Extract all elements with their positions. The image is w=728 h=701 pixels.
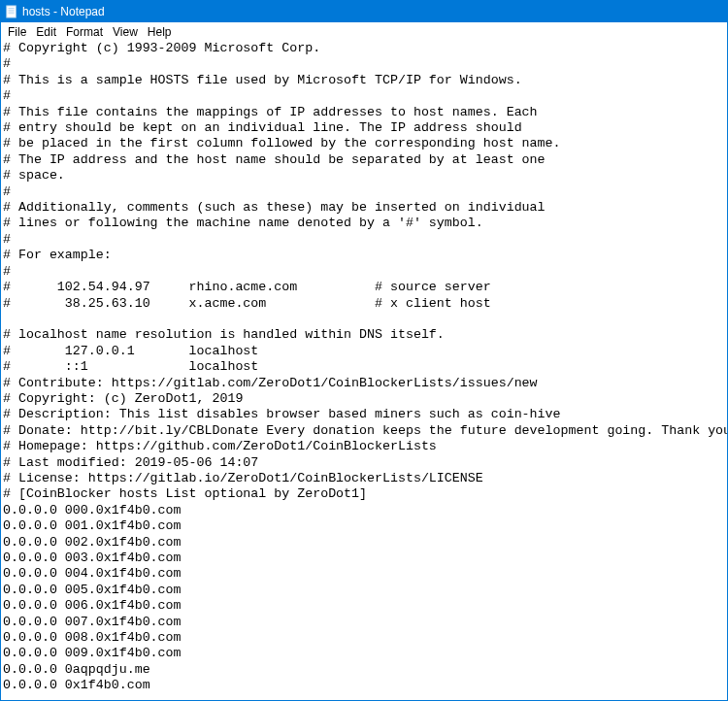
menu-view[interactable]: View — [108, 24, 143, 40]
window-title: hosts - Notepad — [22, 5, 105, 18]
menu-edit[interactable]: Edit — [31, 24, 61, 40]
menu-file[interactable]: File — [3, 24, 31, 40]
title-bar[interactable]: hosts - Notepad — [1, 1, 727, 22]
text-content[interactable]: # Copyright (c) 1993-2009 Microsoft Corp… — [1, 41, 727, 694]
notepad-icon — [5, 5, 18, 18]
menu-help[interactable]: Help — [143, 24, 177, 40]
menu-bar: File Edit Format View Help — [1, 22, 727, 41]
menu-format[interactable]: Format — [61, 24, 108, 40]
